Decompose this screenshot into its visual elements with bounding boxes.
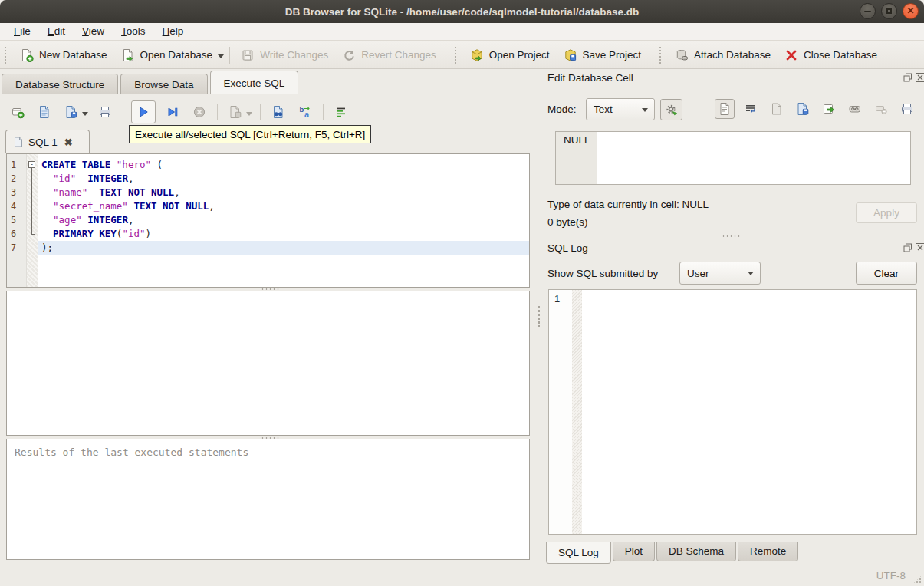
word-wrap-icon — [744, 102, 758, 116]
close-database-button[interactable]: Close Database — [778, 44, 884, 67]
export-cell-button[interactable] — [819, 99, 839, 119]
tab-execute-sql[interactable]: Execute SQL — [210, 71, 299, 94]
new-database-button[interactable]: New Database — [13, 44, 114, 67]
write-changes-icon — [241, 48, 255, 62]
text-mode-button[interactable] — [715, 99, 735, 119]
results-message-pane[interactable]: Results of the last executed statements — [6, 439, 530, 560]
execute-line-button[interactable] — [163, 102, 182, 122]
open-project-icon — [470, 48, 484, 62]
apply-button[interactable]: Apply — [856, 202, 917, 223]
dock-tab-remote[interactable]: Remote — [738, 542, 798, 561]
dock-tab-plot[interactable]: Plot — [613, 542, 655, 561]
resize-grip-icon[interactable] — [912, 574, 922, 584]
log-content[interactable] — [582, 290, 916, 534]
sql-log-view[interactable]: 1 — [548, 289, 917, 535]
dock-tab-sql-log[interactable]: SQL Log — [546, 542, 611, 564]
sql-log-filter-select[interactable]: User — [679, 262, 761, 285]
open-external-button[interactable] — [845, 99, 865, 119]
find-button[interactable] — [268, 102, 288, 122]
set-null-button[interactable] — [871, 99, 891, 119]
cell-value-gutter: NULL — [556, 132, 597, 184]
results-grid-pane[interactable] — [6, 291, 530, 436]
dock-tab-db-schema[interactable]: DB Schema — [656, 542, 736, 561]
open-database-button[interactable]: Open Database — [114, 44, 220, 67]
save-sql-file-button[interactable] — [61, 102, 81, 122]
open-project-button[interactable]: Open Project — [463, 44, 557, 67]
stop-button[interactable] — [189, 102, 209, 122]
clear-log-button[interactable]: Clear — [856, 262, 917, 285]
main-tab-bar: Database Structure Browse Data Execute S… — [2, 71, 301, 94]
dock-splitter-handle[interactable] — [722, 235, 742, 238]
toolbar-separator — [229, 47, 230, 64]
cell-toolbar — [715, 99, 917, 119]
menu-file[interactable]: File — [8, 24, 37, 39]
cell-value-content[interactable] — [597, 132, 910, 184]
encoding-indicator: UTF-8 — [876, 570, 906, 581]
execute-tooltip: Execute all/selected SQL [Ctrl+Return, F… — [129, 125, 371, 143]
menu-tools[interactable]: Tools — [115, 24, 152, 39]
format-sql-button[interactable] — [331, 102, 351, 122]
dock-tab-bar: SQL Log Plot DB Schema Remote — [546, 542, 800, 564]
menubar: File Edit View Tools Help — [0, 23, 924, 41]
results-placeholder-text: Results of the last executed statements — [7, 440, 529, 465]
open-sql-file-icon — [38, 105, 51, 119]
menu-help[interactable]: Help — [156, 24, 190, 39]
revert-changes-button[interactable]: Revert Changes — [335, 44, 443, 67]
save-results-dropdown-icon[interactable] — [246, 112, 252, 119]
close-panel-icon[interactable] — [916, 243, 924, 252]
save-cell-button[interactable] — [767, 99, 787, 119]
toolbar-drag-handle[interactable] — [659, 46, 663, 64]
sql-toolbar-separator — [260, 104, 261, 120]
auto-apply-button[interactable] — [660, 99, 682, 120]
toolbar-drag-handle[interactable] — [4, 46, 8, 64]
sql-document-icon — [13, 137, 24, 147]
save-results-button[interactable] — [225, 102, 245, 122]
mode-select[interactable]: Text — [586, 98, 655, 120]
minimize-icon[interactable] — [860, 3, 876, 19]
toolbar-drag-handle[interactable] — [454, 46, 458, 64]
sql-code-editor[interactable]: 1234567 - CREATE TABLE "hero" ( "id" INT… — [6, 153, 530, 288]
write-changes-button[interactable]: Write Changes — [234, 44, 335, 67]
float-panel-icon[interactable] — [903, 73, 912, 82]
menu-edit[interactable]: Edit — [41, 24, 71, 39]
open-database-dropdown-icon[interactable] — [218, 54, 224, 61]
titlebar[interactable]: DB Browser for SQLite - /home/user/code/… — [0, 0, 924, 23]
editor-fold-margin[interactable]: - — [27, 154, 38, 287]
menu-view[interactable]: View — [76, 24, 110, 39]
svg-text:a: a — [304, 109, 310, 118]
edit-cell-panel-controls — [903, 73, 924, 82]
new-tab-button[interactable] — [8, 102, 28, 122]
format-sql-icon — [334, 105, 348, 119]
save-project-button[interactable]: Save Project — [557, 44, 649, 67]
app-window: DB Browser for SQLite - /home/user/code/… — [0, 0, 924, 586]
tab-browse-data[interactable]: Browse Data — [120, 74, 207, 94]
execute-all-button[interactable] — [131, 100, 156, 123]
tab-database-structure[interactable]: Database Structure — [2, 74, 118, 94]
mode-select-value: Text — [594, 104, 613, 115]
import-cell-button[interactable] — [793, 99, 813, 119]
close-icon[interactable]: ✕ — [903, 3, 919, 19]
print-button[interactable] — [95, 102, 115, 122]
sql-toolbar-separator — [123, 104, 123, 120]
vertical-splitter-handle[interactable] — [538, 305, 541, 327]
word-wrap-button[interactable] — [741, 99, 761, 119]
attach-database-button[interactable]: Attach Database — [668, 44, 778, 67]
print-cell-button[interactable] — [897, 99, 917, 119]
save-sql-file-icon — [64, 105, 78, 119]
save-sql-dropdown-icon[interactable] — [82, 112, 88, 119]
open-sql-file-button[interactable] — [35, 102, 54, 122]
maximize-icon[interactable] — [881, 3, 897, 19]
open-external-icon — [848, 102, 862, 116]
float-panel-icon[interactable] — [903, 243, 912, 252]
window-title: DB Browser for SQLite - /home/user/code/… — [285, 6, 639, 18]
sql-file-tab[interactable]: SQL 1 ✖ — [5, 130, 90, 153]
editor-code-lines[interactable]: CREATE TABLE "hero" ( "id" INTEGER, "nam… — [38, 154, 529, 287]
close-panel-icon[interactable] — [916, 73, 924, 82]
close-tab-icon[interactable]: ✖ — [64, 137, 73, 148]
sql-toolbar-separator — [323, 104, 324, 120]
cell-value-editor[interactable]: NULL — [555, 131, 911, 185]
sql-log-filter-value: User — [687, 268, 709, 279]
replace-button[interactable]: ba — [295, 102, 315, 122]
export-cell-icon — [822, 102, 836, 116]
stop-icon — [192, 105, 206, 119]
